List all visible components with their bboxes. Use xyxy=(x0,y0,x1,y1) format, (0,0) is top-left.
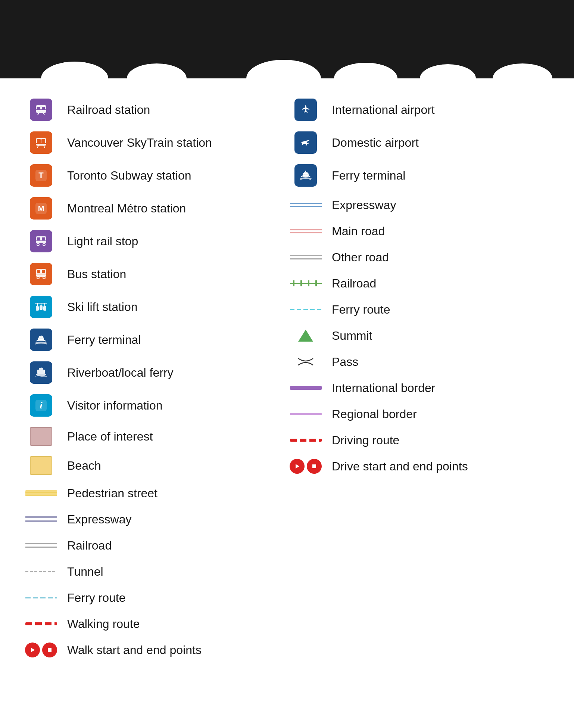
svg-text:T: T xyxy=(38,171,44,180)
svg-line-18 xyxy=(44,146,45,148)
tunnel-label: Tunnel xyxy=(67,565,103,579)
international-airport-icon-container xyxy=(287,99,324,121)
railroad-left-icon xyxy=(24,540,58,551)
svg-text:i: i xyxy=(40,400,43,411)
other-road-label: Other road xyxy=(332,251,389,264)
toronto-subway-label: Toronto Subway station xyxy=(67,169,191,183)
main-road-icon-container xyxy=(287,225,324,237)
legend-item-expressway-right: Expressway xyxy=(287,192,552,218)
railroad-right-icon xyxy=(289,278,322,289)
drive-end-icon xyxy=(307,459,322,474)
walk-points-label: Walk start and end points xyxy=(67,643,202,657)
pedestrian-street-label: Pedestrian street xyxy=(67,486,157,500)
ski-lift-icon xyxy=(30,296,52,318)
domestic-airport-label: Domestic airport xyxy=(332,136,419,150)
svg-rect-32 xyxy=(37,270,40,273)
legend-item-main-road: Main road xyxy=(287,218,552,244)
drive-points-icon xyxy=(290,459,322,474)
place-of-interest-icon xyxy=(30,427,52,446)
place-of-interest-icon-container xyxy=(22,427,60,446)
legend-item-walking-route: Walking route xyxy=(22,611,287,637)
svg-marker-54 xyxy=(31,648,35,652)
legend-item-pass: Pass xyxy=(287,349,552,375)
vancouver-skytrain-label: Vancouver SkyTrain station xyxy=(67,136,212,150)
pass-icon-container xyxy=(287,355,324,368)
ferry-terminal-right-icon-container xyxy=(287,164,324,187)
legend-item-bus-station: Bus station xyxy=(22,258,287,290)
railroad-station-icon xyxy=(30,99,52,121)
vancouver-skytrain-icon xyxy=(30,131,52,154)
walking-route-icon-container xyxy=(22,618,60,629)
walking-route-label: Walking route xyxy=(67,617,140,631)
legend-item-ferry-route-right: Ferry route xyxy=(287,296,552,323)
svg-rect-24 xyxy=(37,237,40,240)
svg-rect-15 xyxy=(41,139,45,143)
driving-route-icon-container xyxy=(287,435,324,446)
riverboat-icon-container xyxy=(22,361,60,384)
railroad-station-icon-container xyxy=(22,99,60,121)
legend-item-intl-border: International border xyxy=(287,375,552,401)
ferry-route-left-label: Ferry route xyxy=(67,591,125,605)
railroad-right-label: Railroad xyxy=(332,277,376,290)
walk-start-icon xyxy=(25,643,40,657)
legend-item-montreal-metro: M Montreal Métro station xyxy=(22,192,287,225)
ferry-route-left-icon-container xyxy=(22,592,60,603)
expressway-left-label: Expressway xyxy=(67,513,132,526)
driving-route-label: Driving route xyxy=(332,433,399,447)
visitor-info-icon-container: i xyxy=(22,394,60,417)
ferry-route-right-label: Ferry route xyxy=(332,303,390,317)
legend-item-railroad-left: Railroad xyxy=(22,532,287,559)
ferry-terminal-left-label: Ferry terminal xyxy=(67,333,141,347)
svg-text:M: M xyxy=(38,204,44,212)
light-rail-icon xyxy=(30,230,52,252)
legend-item-beach: Beach xyxy=(22,451,287,480)
ferry-terminal-left-icon xyxy=(30,329,52,351)
expressway-left-icon xyxy=(24,514,58,525)
legend-item-international-airport: International airport xyxy=(287,93,552,126)
ferry-terminal-right-icon xyxy=(294,164,317,187)
svg-rect-55 xyxy=(48,648,52,652)
regional-border-icon-container xyxy=(287,408,324,420)
tunnel-icon-container xyxy=(22,566,60,577)
legend-item-riverboat: Riverboat/local ferry xyxy=(22,356,287,389)
beach-label: Beach xyxy=(67,459,101,473)
ferry-route-right-icon xyxy=(289,304,322,315)
regional-border-icon xyxy=(289,408,322,420)
svg-marker-59 xyxy=(296,464,299,469)
legend-item-railroad-station: Railroad station xyxy=(22,93,287,126)
svg-rect-9 xyxy=(42,107,45,110)
pass-label: Pass xyxy=(332,355,358,369)
header xyxy=(0,0,574,78)
other-road-icon xyxy=(289,252,322,263)
legend-left-column: Railroad station Vancouver SkyTrain stat… xyxy=(22,93,287,663)
legend-item-walk-points: Walk start and end points xyxy=(22,637,287,663)
legend-area: Railroad station Vancouver SkyTrain stat… xyxy=(0,78,574,685)
svg-rect-45 xyxy=(43,306,46,311)
other-road-icon-container xyxy=(287,252,324,263)
svg-point-30 xyxy=(43,244,45,245)
light-rail-label: Light rail stop xyxy=(67,234,138,248)
legend-item-ferry-terminal-left: Ferry terminal xyxy=(22,323,287,356)
bus-station-icon-container xyxy=(22,263,60,285)
walking-route-icon xyxy=(24,618,58,629)
drive-start-icon xyxy=(290,459,305,474)
svg-line-11 xyxy=(38,113,39,115)
legend-item-other-road: Other road xyxy=(287,244,552,270)
pedestrian-street-icon-container xyxy=(22,490,60,496)
intl-border-icon xyxy=(289,382,322,393)
riverboat-label: Riverboat/local ferry xyxy=(67,366,174,380)
legend-item-place-of-interest: Place of interest xyxy=(22,422,287,451)
pedestrian-street-icon xyxy=(25,490,57,496)
intl-border-label: International border xyxy=(332,381,436,395)
ski-lift-label: Ski lift station xyxy=(67,300,138,314)
legend-item-ferry-terminal-right: Ferry terminal xyxy=(287,159,552,192)
svg-rect-43 xyxy=(36,306,39,311)
svg-rect-60 xyxy=(312,464,316,468)
main-road-label: Main road xyxy=(332,224,385,238)
intl-border-icon-container xyxy=(287,382,324,393)
visitor-info-icon: i xyxy=(30,394,52,417)
legend-item-tunnel: Tunnel xyxy=(22,559,287,585)
beach-icon xyxy=(30,456,52,475)
svg-rect-33 xyxy=(42,270,45,273)
legend-item-vancouver-skytrain: Vancouver SkyTrain station xyxy=(22,126,287,159)
